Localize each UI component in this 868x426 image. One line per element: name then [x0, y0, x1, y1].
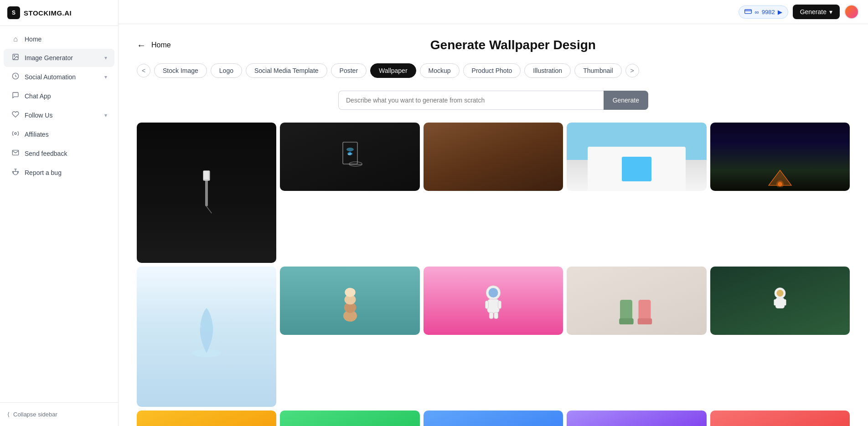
image-cell-toothbrush[interactable]	[137, 123, 276, 263]
image-cell-eggs[interactable]	[280, 267, 419, 335]
tab-product-photo[interactable]: Product Photo	[463, 63, 521, 78]
sidebar-item-home[interactable]: ⌂ Home	[4, 31, 114, 48]
svg-point-26	[199, 325, 202, 328]
image-cell-blue[interactable]	[424, 411, 563, 426]
image-cell-water-splash[interactable]	[137, 267, 276, 407]
sidebar-item-image-generator[interactable]: Image Generator ▾	[4, 49, 114, 67]
chevron-down-icon: ▾	[104, 55, 107, 61]
svg-point-44	[776, 290, 783, 297]
tab-social-media-template[interactable]: Social Media Template	[246, 63, 327, 78]
svg-rect-46	[774, 299, 776, 306]
image-cell-yellow[interactable]	[137, 411, 276, 426]
sidebar-item-affiliates[interactable]: Affiliates	[4, 125, 114, 144]
image-cell-store-astronaut[interactable]	[710, 267, 850, 335]
image-cell-green[interactable]	[280, 411, 419, 426]
sidebar-item-follow-us[interactable]: Follow Us ▾	[4, 106, 114, 124]
svg-rect-45	[775, 298, 785, 308]
image-cell-astronaut-pink[interactable]	[424, 267, 563, 335]
tab-stock-image[interactable]: Stock Image	[154, 63, 207, 78]
svg-rect-47	[784, 299, 786, 306]
sidebar-item-report-bug[interactable]: Report a bug	[4, 164, 114, 182]
affiliates-icon	[11, 130, 20, 139]
tab-thumbnail[interactable]: Thumbnail	[574, 63, 621, 78]
svg-rect-8	[205, 171, 206, 180]
svg-rect-4	[745, 10, 752, 14]
chat-icon	[11, 92, 20, 101]
image-cell-cafe-laptop[interactable]	[424, 123, 563, 191]
home-icon: ⌂	[11, 35, 20, 43]
page-title: Generate Wallpaper Design	[176, 38, 850, 52]
collapse-icon: ⟨	[7, 411, 10, 418]
svg-rect-38	[494, 312, 498, 318]
svg-line-11	[207, 206, 212, 213]
tabs-next-button[interactable]: >	[625, 64, 639, 77]
credits-count: 9982	[762, 9, 775, 15]
svg-point-24	[192, 339, 196, 343]
logo-text: STOCKIMG.AI	[24, 9, 72, 17]
image-cell-building[interactable]	[567, 123, 706, 191]
feedback-icon	[11, 149, 20, 158]
image-generator-icon	[11, 53, 20, 62]
sidebar-bottom: ⟨ Collapse sidebar	[0, 402, 118, 426]
generate-top-button[interactable]: Generate ▾	[793, 5, 840, 19]
logo-icon: S	[7, 6, 20, 19]
image-cell-red[interactable]	[710, 411, 850, 426]
search-generate-button[interactable]: Generate	[604, 91, 648, 110]
chevron-down-icon-2: ▾	[104, 74, 107, 80]
credits-icon	[744, 8, 752, 16]
tab-wallpaper[interactable]: Wallpaper	[370, 63, 416, 78]
category-tabs: < Stock Image Logo Social Media Template…	[137, 63, 850, 80]
sidebar-item-chat-app[interactable]: Chat App	[4, 87, 114, 105]
svg-rect-36	[498, 301, 501, 309]
svg-point-31	[345, 288, 355, 297]
back-button[interactable]: ←	[137, 40, 146, 51]
image-cell-night-tent[interactable]	[710, 123, 850, 191]
sidebar-item-social-automation[interactable]: Social Automation ▾	[4, 68, 114, 86]
tab-illustration[interactable]: Illustration	[524, 63, 571, 78]
tabs-prev-button[interactable]: <	[137, 64, 150, 77]
svg-point-3	[15, 133, 16, 134]
sidebar: S STOCKIMG.AI ⌂ Home Image Generator ▾ S…	[0, 0, 119, 426]
sidebar-item-send-feedback[interactable]: Send feedback	[4, 144, 114, 163]
svg-rect-7	[203, 171, 204, 180]
top-header: ∞ 9982 ▶ Generate ▾	[119, 0, 868, 24]
svg-rect-34	[487, 299, 499, 313]
chevron-down-icon-3: ▾	[104, 112, 107, 118]
collapse-sidebar-button[interactable]: ⟨ Collapse sidebar	[7, 408, 111, 421]
credits-infinity: ∞	[754, 9, 759, 15]
social-automation-icon	[11, 72, 20, 82]
tab-mockup[interactable]: Mockup	[420, 63, 460, 78]
follow-icon	[11, 111, 20, 120]
sidebar-nav: ⌂ Home Image Generator ▾ Social Automati…	[0, 26, 118, 402]
svg-point-22	[195, 331, 198, 334]
svg-text:🐟: 🐟	[347, 150, 353, 156]
logo-area: S STOCKIMG.AI	[0, 0, 118, 26]
svg-rect-35	[485, 301, 488, 309]
tab-poster[interactable]: Poster	[331, 63, 367, 78]
svg-rect-42	[638, 318, 652, 325]
svg-rect-9	[206, 171, 207, 180]
svg-point-27	[213, 323, 215, 325]
main-content: ∞ 9982 ▶ Generate ▾ ← Home Generate Wall…	[119, 0, 868, 426]
image-grid: 🐟	[137, 123, 850, 426]
svg-rect-40	[620, 318, 634, 325]
user-avatar[interactable]	[844, 5, 859, 19]
svg-point-1	[14, 56, 15, 56]
svg-point-33	[488, 288, 498, 298]
image-cell-boots[interactable]	[567, 267, 706, 335]
svg-rect-10	[207, 171, 208, 180]
generate-chevron-icon: ▾	[829, 8, 832, 15]
tab-logo[interactable]: Logo	[211, 63, 242, 78]
search-input[interactable]	[338, 91, 604, 110]
credits-play-icon: ▶	[778, 9, 782, 15]
credits-badge: ∞ 9982 ▶	[739, 5, 788, 19]
svg-rect-37	[489, 312, 493, 318]
page-body: ← Home Generate Wallpaper Design < Stock…	[119, 24, 868, 426]
image-cell-glass[interactable]: 🐟	[280, 123, 419, 191]
search-bar: Generate	[338, 91, 648, 110]
svg-point-23	[216, 329, 218, 332]
breadcrumb-home: Home	[151, 41, 171, 49]
svg-rect-16	[349, 164, 362, 165]
svg-point-25	[217, 337, 221, 340]
image-cell-purple[interactable]	[567, 411, 706, 426]
